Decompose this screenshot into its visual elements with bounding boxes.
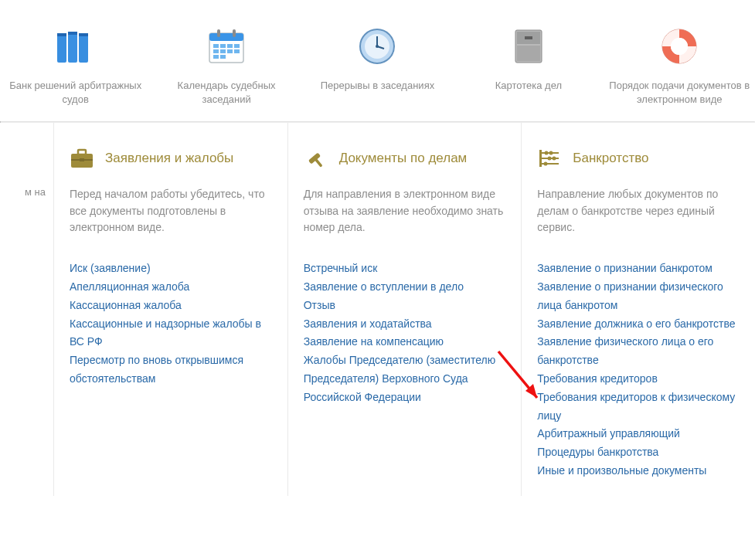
top-item-label: Порядок подачи документов в электронном … xyxy=(606,79,753,106)
top-item-cases[interactable]: Картотека дел xyxy=(455,23,602,106)
top-item-bank[interactable]: Банк решений арбитражных судов xyxy=(2,23,149,106)
column-claims: Заявления и жалобы Перед началом работы … xyxy=(54,123,288,496)
link-item[interactable]: Встречный иск xyxy=(304,260,506,278)
svg-rect-18 xyxy=(217,29,220,37)
link-item[interactable]: Арбитражный управляющий xyxy=(537,425,740,443)
svg-rect-17 xyxy=(220,55,226,59)
svg-rect-7 xyxy=(209,33,243,41)
cabinet-icon xyxy=(505,23,552,70)
svg-rect-27 xyxy=(517,46,540,61)
link-item[interactable]: Иск (заявление) xyxy=(70,260,272,278)
svg-point-42 xyxy=(549,151,553,155)
svg-rect-1 xyxy=(57,33,66,36)
svg-rect-16 xyxy=(213,55,219,59)
column-desc: Направление любых документов по делам о … xyxy=(537,186,740,236)
svg-rect-2 xyxy=(68,32,77,63)
svg-rect-37 xyxy=(539,150,542,167)
link-item[interactable]: Заявление о вступлении в дело xyxy=(304,278,506,297)
link-item[interactable]: Заявление должника о его банкротстве xyxy=(537,315,740,334)
svg-rect-8 xyxy=(213,44,219,48)
link-item[interactable]: Апелляционная жалоба xyxy=(70,278,272,297)
top-item-label: Календарь судебных заседаний xyxy=(153,79,300,106)
folders-icon xyxy=(53,23,99,70)
column-header: Банкротство xyxy=(537,146,740,171)
columns-container: м на Заявления и жалобы Перед началом ра… xyxy=(0,123,755,496)
link-item[interactable]: Пересмотр по вновь открывшимся обстоятел… xyxy=(70,351,272,389)
top-item-breaks[interactable]: Перерывы в заседаниях xyxy=(304,23,451,106)
svg-rect-12 xyxy=(213,49,219,53)
link-item[interactable]: Процедуры банкротства xyxy=(537,443,740,462)
svg-rect-11 xyxy=(234,44,240,48)
link-item[interactable]: Жалобы Председателю (заместителю Председ… xyxy=(304,351,506,406)
svg-rect-19 xyxy=(233,29,236,37)
svg-rect-28 xyxy=(525,36,532,39)
link-item[interactable]: Заявления и ходатайства xyxy=(304,315,506,334)
top-item-label: Банк решений арбитражных судов xyxy=(2,79,149,106)
link-item[interactable]: Требования кредиторов xyxy=(537,370,740,389)
column-desc: Для направления в электронном виде отзыв… xyxy=(304,186,506,236)
link-item[interactable]: Отзыв xyxy=(304,297,506,315)
abacus-icon xyxy=(537,146,562,171)
left-stub: м на xyxy=(0,123,54,496)
svg-point-44 xyxy=(553,157,556,161)
column-bankruptcy: Банкротство Направление любых документов… xyxy=(522,123,755,496)
svg-rect-0 xyxy=(57,33,66,63)
svg-point-30 xyxy=(671,38,688,55)
svg-rect-3 xyxy=(68,32,77,35)
link-item[interactable]: Заявление о признании физического лица б… xyxy=(537,278,740,315)
svg-rect-9 xyxy=(220,44,226,48)
link-item[interactable]: Заявление на компенсацию xyxy=(304,333,506,351)
link-list: Заявление о признании банкротом Заявлени… xyxy=(537,260,740,480)
stub-text: м на xyxy=(0,185,46,200)
svg-rect-5 xyxy=(79,33,88,36)
link-item[interactable]: Заявление о признании банкротом xyxy=(537,260,740,278)
top-item-order[interactable]: Порядок подачи документов в электронном … xyxy=(606,23,753,106)
svg-point-41 xyxy=(545,151,549,155)
gavel-icon xyxy=(304,146,328,171)
column-title: Заявления и жалобы xyxy=(105,151,233,166)
link-item[interactable]: Кассационные и надзорные жалобы в ВС РФ xyxy=(70,315,272,352)
column-desc: Перед началом работы убедитесь, что все … xyxy=(70,186,272,236)
link-item[interactable]: Иные и произвольные документы xyxy=(537,462,740,480)
clock-icon xyxy=(354,23,400,70)
column-title: Документы по делам xyxy=(339,151,468,166)
column-header: Заявления и жалобы xyxy=(70,146,272,171)
column-documents: Документы по делам Для направления в эле… xyxy=(288,123,522,496)
link-item[interactable]: Заявление физического лица о его банкрот… xyxy=(537,333,740,370)
column-title: Банкротство xyxy=(573,151,648,166)
svg-rect-36 xyxy=(314,158,323,168)
link-list: Иск (заявление) Апелляционная жалоба Кас… xyxy=(70,260,272,389)
top-item-label: Картотека дел xyxy=(495,79,562,93)
svg-point-24 xyxy=(376,45,379,48)
briefcase-icon xyxy=(70,146,94,171)
svg-point-45 xyxy=(544,162,548,166)
link-item[interactable]: Требования кредиторов к физическому лицу xyxy=(537,389,740,426)
lifebuoy-icon xyxy=(656,23,702,70)
svg-rect-34 xyxy=(80,158,84,161)
svg-rect-33 xyxy=(78,150,86,154)
svg-rect-4 xyxy=(79,33,88,63)
svg-rect-10 xyxy=(227,44,233,48)
link-item[interactable]: Кассационная жалоба xyxy=(70,297,272,315)
top-item-calendar[interactable]: Календарь судебных заседаний xyxy=(153,23,300,106)
svg-point-43 xyxy=(548,157,552,161)
top-item-label: Перерывы в заседаниях xyxy=(321,79,434,93)
column-header: Документы по делам xyxy=(304,146,506,171)
svg-rect-15 xyxy=(234,49,240,53)
top-nav-row: Банк решений арбитражных судов Календарь… xyxy=(0,0,755,121)
calendar-icon xyxy=(203,23,250,70)
svg-rect-14 xyxy=(227,49,233,53)
svg-rect-13 xyxy=(220,49,226,53)
link-list: Встречный иск Заявление о вступлении в д… xyxy=(304,260,506,406)
